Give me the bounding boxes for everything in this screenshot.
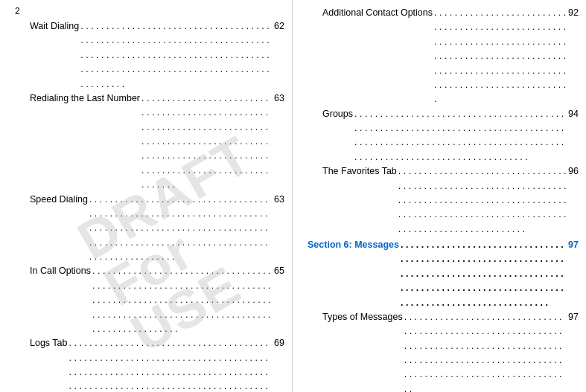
toc-page-number: 63 bbox=[274, 91, 284, 106]
toc-label: Logs Tab bbox=[30, 336, 68, 350]
toc-entry: Additional Contact Options . . . . . . .… bbox=[308, 6, 579, 107]
toc-entry: Redialing the Last Number . . . . . . . … bbox=[15, 91, 284, 193]
page: DRAFTForUSE 2 Wait Dialing . . . . . . .… bbox=[0, 0, 586, 392]
left-column: 2 Wait Dialing . . . . . . . . . . . . .… bbox=[0, 0, 293, 392]
toc-page-number: 92 bbox=[568, 6, 579, 20]
toc-entry: Speed Dialing . . . . . . . . . . . . . … bbox=[15, 193, 284, 265]
toc-dots: . . . . . . . . . . . . . . . . . . . . … bbox=[404, 310, 567, 392]
toc-label: Speed Dialing bbox=[30, 193, 88, 207]
toc-page-number: 65 bbox=[274, 264, 284, 278]
toc-entry: In Call Options . . . . . . . . . . . . … bbox=[15, 264, 284, 336]
toc-page-number: 63 bbox=[274, 193, 284, 207]
page-number: 2 bbox=[15, 6, 284, 16]
toc-entry: Groups . . . . . . . . . . . . . . . . .… bbox=[308, 107, 579, 165]
toc-dots: . . . . . . . . . . . . . . . . . . . . … bbox=[141, 91, 273, 193]
toc-dots: . . . . . . . . . . . . . . . . . . . . … bbox=[80, 19, 273, 91]
left-toc: Wait Dialing . . . . . . . . . . . . . .… bbox=[15, 19, 284, 392]
toc-label: The Favorites Tab bbox=[322, 164, 397, 179]
toc-dots: . . . . . . . . . . . . . . . . . . . . … bbox=[398, 164, 567, 237]
toc-label: Groups bbox=[322, 107, 353, 121]
toc-dots: . . . . . . . . . . . . . . . . . . . . … bbox=[69, 336, 273, 392]
toc-entry: Section 6: Messages . . . . . . . . . . … bbox=[308, 238, 579, 310]
toc-label: Redialing the Last Number bbox=[30, 91, 140, 106]
toc-dots: . . . . . . . . . . . . . . . . . . . . … bbox=[89, 193, 273, 265]
toc-label: Types of Messages bbox=[322, 310, 403, 324]
toc-entry: Logs Tab . . . . . . . . . . . . . . . .… bbox=[15, 336, 284, 392]
toc-entry: Wait Dialing . . . . . . . . . . . . . .… bbox=[15, 19, 284, 91]
toc-entry: Types of Messages . . . . . . . . . . . … bbox=[308, 310, 579, 392]
toc-label: Section 6: Messages bbox=[308, 238, 399, 252]
toc-entry: The Favorites Tab . . . . . . . . . . . … bbox=[308, 164, 579, 237]
toc-dots: . . . . . . . . . . . . . . . . . . . . … bbox=[92, 264, 273, 336]
right-toc: Additional Contact Options . . . . . . .… bbox=[308, 6, 579, 392]
toc-page-number: 97 bbox=[568, 310, 579, 324]
toc-dots: . . . . . . . . . . . . . . . . . . . . … bbox=[354, 107, 567, 165]
toc-dots: . . . . . . . . . . . . . . . . . . . . … bbox=[434, 6, 567, 107]
toc-label: In Call Options bbox=[30, 264, 91, 278]
toc-label: Additional Contact Options bbox=[322, 6, 433, 20]
toc-page-number: 62 bbox=[274, 19, 284, 33]
toc-page-number: 94 bbox=[568, 107, 579, 121]
toc-dots: . . . . . . . . . . . . . . . . . . . . … bbox=[401, 238, 567, 310]
toc-page-number: 97 bbox=[568, 238, 579, 252]
right-column: Additional Contact Options . . . . . . .… bbox=[293, 0, 586, 392]
toc-page-number: 96 bbox=[568, 164, 579, 179]
toc-page-number: 69 bbox=[274, 336, 284, 350]
toc-label: Wait Dialing bbox=[30, 19, 79, 33]
